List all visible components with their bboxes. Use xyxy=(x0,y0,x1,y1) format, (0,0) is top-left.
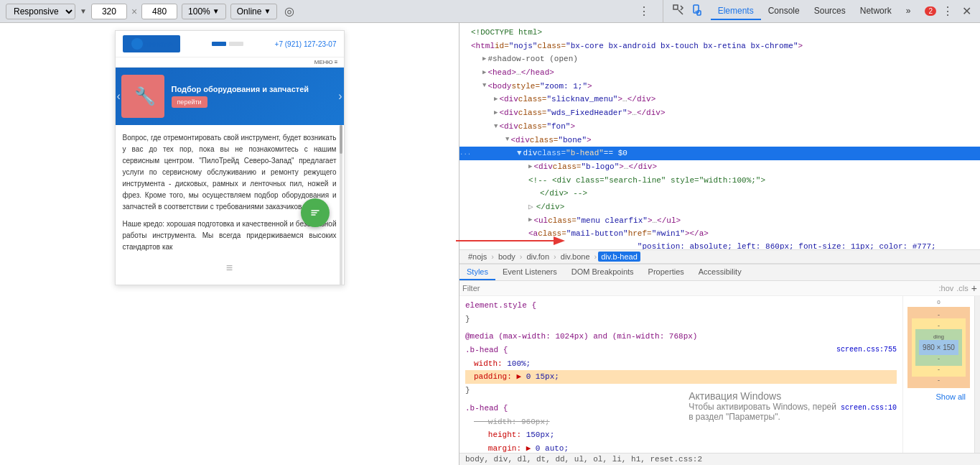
mobile-logo: ПИЛОТРЕЙД xyxy=(123,35,180,52)
toolbar-dropdown-icon: ▼ xyxy=(80,7,87,15)
add-style-button[interactable]: + xyxy=(971,282,977,294)
styles-content: element.style { } @media (max-width: 102… xyxy=(459,296,980,453)
banner-left-arrow[interactable]: ‹ xyxy=(117,90,121,103)
breadcrumb-bone[interactable]: div.bone xyxy=(558,252,593,262)
box-margin: - - ding 980 × 150 - xyxy=(907,307,970,388)
error-badge: 2 xyxy=(925,6,936,16)
box-model: 0 - - ding 980 × 150 xyxy=(907,299,970,391)
tree-worktime[interactable]: <span class="work-time" style="position:… xyxy=(459,241,980,249)
tree-blogo[interactable]: ▶ <div class="b-logo" >…</div> xyxy=(459,160,980,174)
box-padding: ding 980 × 150 - xyxy=(915,329,962,366)
banner-text: Подбор оборудования и запчастей перейти xyxy=(172,85,338,108)
tab-elements[interactable]: Elements xyxy=(711,3,761,20)
svg-text:🔧: 🔧 xyxy=(134,86,156,106)
banner-right-arrow[interactable]: › xyxy=(338,90,342,103)
tree-bone[interactable]: ▼ <div class="bone" > xyxy=(459,134,980,147)
height-input[interactable]: 480 xyxy=(141,4,177,19)
tree-wds[interactable]: ▶ <div class="wds_FixedHeader" >…</div> xyxy=(459,106,980,120)
banner-image: 🔧 xyxy=(121,75,164,118)
tree-slicknav[interactable]: ▶ <div class="slicknav_menu" >…</div> xyxy=(459,93,980,106)
scrollbar[interactable] xyxy=(340,125,342,285)
preview-content: ПИЛОТРЕЙД +7 (921) 127-23-07 МЕНЮ ≡ xyxy=(0,23,459,465)
tree-bhead-selected[interactable]: ... ▼ div class="b-head" == $0 xyxy=(459,147,980,160)
bottom-hint: body, div, dl, dt, dd, ul, ol, li, h1, r… xyxy=(459,453,980,465)
breadcrumb-nojs[interactable]: #nojs xyxy=(465,252,490,262)
cls-hint: .cls xyxy=(956,284,969,293)
tree-head[interactable]: ▶ <head>…</head> xyxy=(459,66,980,80)
tab-console[interactable]: Console xyxy=(761,3,807,20)
tab-event-listeners[interactable]: Event Listeners xyxy=(495,264,564,280)
tab-styles[interactable]: Styles xyxy=(459,264,495,280)
tree-fon[interactable]: ▼ <div class="fon" > xyxy=(459,120,980,134)
hov-hint: :hov xyxy=(939,284,954,293)
styles-tabs: Styles Event Listeners DOM Breakpoints P… xyxy=(459,264,980,281)
mobile-header: ПИЛОТРЕЙД +7 (921) 127-23-07 xyxy=(116,31,344,57)
svg-point-4 xyxy=(131,38,143,50)
bhead-rule: .b-head { screen.css:10 width: 960px; he… xyxy=(465,402,897,453)
element-style-rule: element.style { } xyxy=(465,299,897,326)
small-icons xyxy=(212,42,243,46)
body-paragraph-1: Вопрос, где отремонтировать свой инструм… xyxy=(123,132,337,213)
tab-accessibility[interactable]: Accessibility xyxy=(691,264,749,280)
devtools-pane: <!DOCTYPE html> <html id="nojs" class="b… xyxy=(459,23,980,465)
breadcrumb-fon[interactable]: div.fon xyxy=(524,252,553,262)
tree-divdiv[interactable]: ▷ </div> xyxy=(459,201,980,214)
capture-icon-btn[interactable]: ◎ xyxy=(281,3,297,19)
box-content: 980 × 150 xyxy=(919,340,958,355)
tree-comment2[interactable]: </div> --> xyxy=(459,187,980,201)
toolbar: Responsive ▼ 320 × 480 100% ▼ Online ▼ ◎… xyxy=(0,0,980,23)
tab-sources[interactable]: Sources xyxy=(807,3,853,20)
tab-properties[interactable]: Properties xyxy=(641,264,691,280)
tab-more[interactable]: » xyxy=(899,3,918,20)
devtools-close-icon[interactable]: ✕ xyxy=(959,3,974,19)
device-emulation-icon[interactable] xyxy=(688,2,706,20)
filter-bar: :hov .cls + xyxy=(459,281,980,296)
tree-html[interactable]: <html id="nojs" class="bx-core bx-androi… xyxy=(459,40,980,53)
tree-body[interactable]: ▼ <body style="zoom: 1;" > xyxy=(459,80,980,93)
zoom-button[interactable]: 100% ▼ xyxy=(182,4,226,19)
dimension-separator: × xyxy=(131,6,137,17)
box-border: - ding 980 × 150 - - xyxy=(912,318,966,377)
html-tree: <!DOCTYPE html> <html id="nojs" class="b… xyxy=(459,23,980,249)
chat-button[interactable] xyxy=(301,198,330,227)
banner-button[interactable]: перейти xyxy=(172,96,207,108)
logo-image: ПИЛОТРЕЙД xyxy=(123,35,180,52)
styles-code: element.style { } @media (max-width: 102… xyxy=(459,296,902,453)
tree-mailbtn[interactable]: <a class="mail-button" href="#win1" ></a… xyxy=(459,227,980,241)
show-all-button[interactable]: Show all xyxy=(930,391,971,402)
responsive-select[interactable]: Responsive xyxy=(6,4,75,19)
styles-panel: Styles Event Listeners DOM Breakpoints P… xyxy=(459,264,980,465)
mobile-banner: ‹ 🔧 Подбор оборудования и запчастей пере… xyxy=(116,68,344,125)
tree-comment1[interactable]: <!-- <div class="search-line" style="wid… xyxy=(459,174,980,188)
phone-number: +7 (921) 127-23-07 xyxy=(275,40,337,48)
more-options-icon[interactable]: ⋮ xyxy=(635,3,653,19)
breadcrumb: #nojs › body › div.fon › div.bone › div.… xyxy=(459,249,980,264)
devtools-more-icon[interactable]: ⋮ xyxy=(939,3,956,19)
box-model-panel: 0 - - ding 980 × 150 xyxy=(902,296,974,453)
filter-input[interactable] xyxy=(462,284,936,293)
mobile-frame: ПИЛОТРЕЙД +7 (921) 127-23-07 МЕНЮ ≡ xyxy=(115,30,345,285)
svg-text:ПИЛОТРЕЙД: ПИЛОТРЕЙД xyxy=(144,40,173,48)
body-paragraph-2: Наше кредо: хорошая подготовка и качеств… xyxy=(123,218,337,253)
scrollbar-thumb[interactable] xyxy=(340,125,342,154)
tab-network[interactable]: Network xyxy=(853,3,899,20)
inspect-element-icon[interactable] xyxy=(669,2,688,20)
preview-pane: ПИЛОТРЕЙД +7 (921) 127-23-07 МЕНЮ ≡ xyxy=(0,23,459,465)
tree-doctype[interactable]: <!DOCTYPE html> xyxy=(459,26,980,40)
box-margin-label: 0 xyxy=(907,299,970,305)
svg-rect-0 xyxy=(673,5,678,9)
tab-dom-breakpoints[interactable]: DOM Breakpoints xyxy=(564,264,641,280)
breadcrumb-bhead[interactable]: div.b-head xyxy=(598,252,640,262)
online-button[interactable]: Online ▼ xyxy=(230,4,278,19)
menu-label: МЕНЮ ≡ xyxy=(314,59,338,65)
width-input[interactable]: 320 xyxy=(91,4,127,19)
breadcrumb-body[interactable]: body xyxy=(495,252,518,262)
scroll-indicator: ≡ xyxy=(123,259,337,277)
media-rule: @media (max-width: 1024px) and (min-widt… xyxy=(465,330,897,397)
tree-shadow[interactable]: ▶ #shadow-root (open) xyxy=(459,52,980,66)
tree-menu[interactable]: ▶ <ul class="menu clearfix" >…</ul> xyxy=(459,214,980,228)
styles-scrollbar[interactable] xyxy=(974,296,980,453)
